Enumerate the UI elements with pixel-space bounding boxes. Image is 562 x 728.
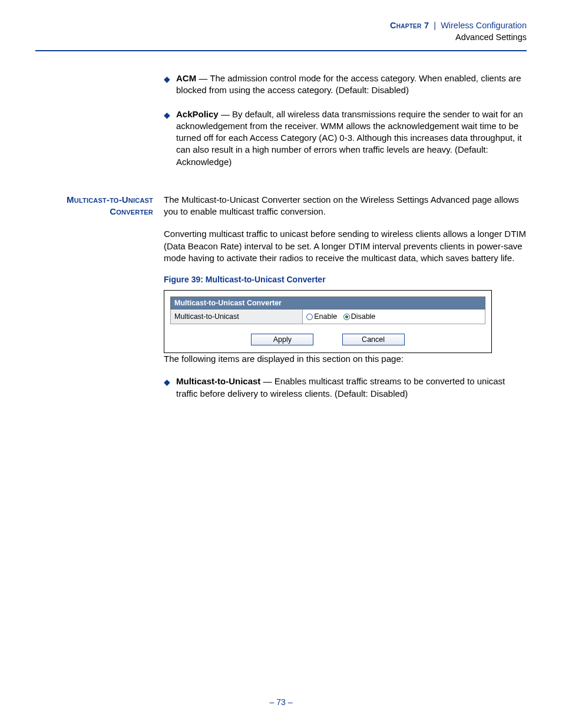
page-header: Chapter 7 | Wireless Configuration Advan… [35, 20, 527, 48]
setting-value: Enable Disable [303, 309, 485, 324]
bullet-text: ACM — The admission control mode for the… [176, 73, 527, 97]
bullet-text: Multicast-to-Unicast — Enables multicast… [176, 375, 527, 400]
paragraph: Converting multicast traffic to unicast … [164, 228, 527, 264]
term: ACM [176, 73, 196, 83]
setting-label: Multicast-to-Unicast [171, 309, 303, 324]
definition: — By default, all wireless data transmis… [176, 109, 523, 167]
bullet-icon: ◆ [164, 73, 176, 97]
definition: — The admission control mode for the acc… [176, 73, 521, 95]
button-row: Apply Cancel [170, 334, 485, 345]
bullet-icon: ◆ [164, 108, 176, 168]
table-row: Multicast-to-Unicast Enable Disable [171, 309, 485, 324]
term: Multicast-to-Unicast [176, 376, 260, 386]
list-item: ◆ Multicast-to-Unicast — Enables multica… [164, 375, 527, 400]
radio-enable[interactable] [306, 314, 313, 320]
header-title: Wireless Configuration [441, 21, 527, 30]
header-separator: | [431, 21, 438, 30]
cancel-button[interactable]: Cancel [342, 334, 405, 345]
list-item: ◆ ACM — The admission control mode for t… [164, 73, 527, 97]
radio-disable[interactable] [343, 314, 350, 320]
header-subtitle: Advanced Settings [35, 32, 527, 44]
panel-title: Multicast-to-Unicast Converter [171, 297, 485, 309]
bullet-icon: ◆ [164, 375, 176, 400]
header-rule [35, 50, 527, 51]
figure-multicast-converter: Multicast-to-Unicast Converter Multicast… [164, 290, 492, 353]
paragraph: The following items are displayed in thi… [164, 353, 527, 365]
list-item: ◆ AckPolicy — By default, all wireless d… [164, 108, 527, 168]
header-chapter: Chapter 7 [390, 21, 429, 30]
section-sidehead: Multicast-to-Unicast Converter [35, 194, 153, 218]
paragraph: The Multicast-to-Unicast Converter secti… [164, 194, 527, 218]
page-number: – 73 – [0, 697, 562, 707]
figure-caption: Figure 39: Multicast-to-Unicast Converte… [164, 275, 527, 284]
settings-table: Multicast-to-Unicast Converter Multicast… [170, 297, 485, 324]
bullet-text: AckPolicy — By default, all wireless dat… [176, 108, 527, 168]
term: AckPolicy [176, 109, 219, 119]
radio-enable-label: Enable [314, 312, 337, 321]
apply-button[interactable]: Apply [251, 334, 313, 345]
radio-disable-label: Disable [351, 312, 376, 321]
